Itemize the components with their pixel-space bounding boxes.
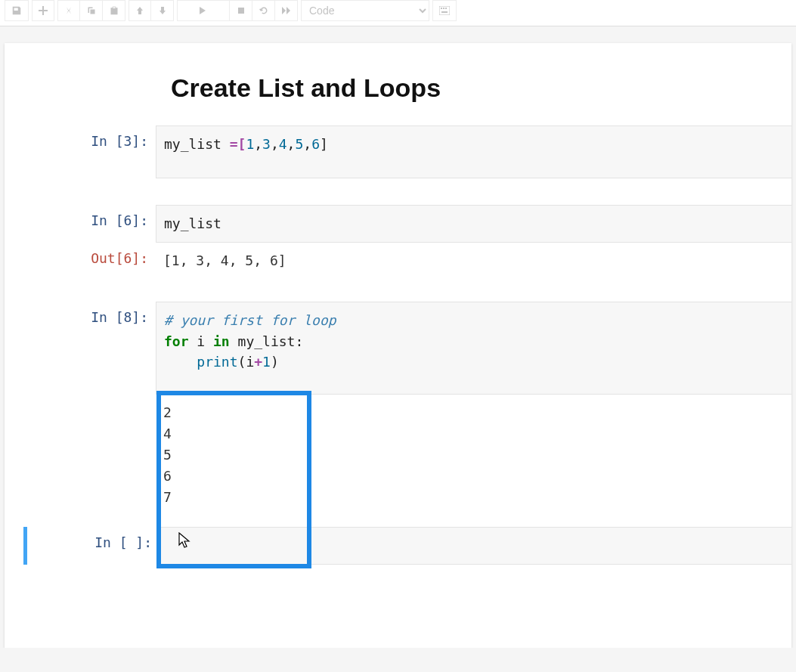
interrupt-button[interactable] [230,0,252,21]
restart-button[interactable] [252,0,275,21]
arrow-up-icon [136,7,144,14]
code-input[interactable]: my_list [156,205,791,243]
in-prompt: In [6]: [5,205,156,243]
toolbar: Code [0,0,796,26]
notebook-container: Create List and Loops In [3]: my_list =[… [5,43,791,648]
move-up-button[interactable] [129,0,151,21]
svg-rect-1 [439,6,450,15]
stop-icon [237,7,245,14]
save-button[interactable] [5,0,29,21]
run-icon [200,7,207,14]
in-prompt: In [3]: [5,125,156,178]
code-input[interactable]: # your first for loop for i in my_list: … [156,302,791,395]
in-prompt: In [ ]: [27,527,160,565]
restart-icon [259,6,268,15]
code-cell[interactable]: In [6]: my_list [5,205,791,243]
move-down-button[interactable] [151,0,174,21]
cut-button[interactable] [57,0,80,21]
add-cell-button[interactable] [32,0,54,21]
svg-rect-0 [238,8,244,14]
paste-button[interactable] [103,0,125,21]
svg-rect-4 [445,8,447,9]
code-cell[interactable]: In [8]: # your first for loop for i in m… [5,302,791,395]
plus-icon [39,6,48,15]
output-row: 2 4 5 6 7 [5,395,791,515]
svg-rect-3 [443,8,444,9]
output-row: Out[6]: [1, 3, 4, 5, 6] [5,243,791,279]
markdown-cell[interactable]: Create List and Loops [5,73,791,125]
copy-button[interactable] [80,0,103,21]
svg-rect-2 [441,8,442,9]
paste-icon [110,6,119,15]
svg-rect-5 [441,11,448,13]
arrow-down-icon [159,7,166,14]
code-input[interactable] [160,527,791,565]
code-cell-active[interactable]: In [ ]: [23,527,791,565]
out-prompt [5,395,156,515]
cell-type-select[interactable]: Code [301,0,429,21]
code-input[interactable]: my_list =[1,3,4,5,6] [156,125,791,178]
keyboard-icon [439,6,450,15]
restart-run-button[interactable] [275,0,298,21]
out-prompt: Out[6]: [5,243,156,279]
cell-output: [1, 3, 4, 5, 6] [156,243,791,279]
code-cell[interactable]: In [3]: my_list =[1,3,4,5,6] [5,125,791,178]
cell-output: 2 4 5 6 7 [156,395,791,515]
run-button[interactable] [177,0,230,21]
heading: Create List and Loops [171,73,776,103]
fast-forward-icon [282,6,291,15]
save-icon [11,5,22,16]
command-palette-button[interactable] [432,0,457,21]
cut-icon [64,6,73,15]
copy-icon [87,6,96,15]
in-prompt: In [8]: [5,302,156,395]
